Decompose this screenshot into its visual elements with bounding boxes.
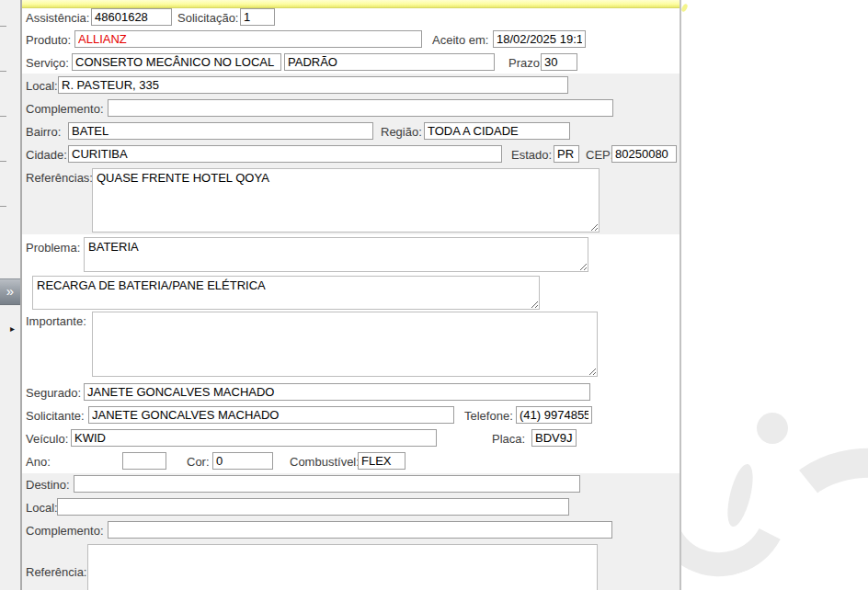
bairro-label: Bairro: xyxy=(26,125,61,139)
ano-label: Ano: xyxy=(26,455,51,469)
problema-textarea[interactable]: BATERIA xyxy=(84,237,588,272)
problema-label: Problema: xyxy=(26,241,80,255)
watermark-speck xyxy=(681,3,689,12)
produto-label: Produto: xyxy=(26,33,71,47)
segurado-label: Segurado: xyxy=(26,386,81,400)
solicitacao-input[interactable] xyxy=(240,8,275,26)
local-destino-input[interactable] xyxy=(57,498,569,516)
segurado-input[interactable] xyxy=(84,383,590,401)
local-input[interactable] xyxy=(58,76,568,94)
cep-input[interactable] xyxy=(611,145,677,163)
veiculo-input[interactable] xyxy=(71,429,437,447)
solicitacao-label: Solicitação: xyxy=(177,11,238,25)
local-label: Local: xyxy=(26,79,58,93)
cor-label: Cor: xyxy=(187,455,210,469)
prazo-input[interactable] xyxy=(541,53,577,71)
assistencia-label: Assistência: xyxy=(26,11,89,25)
telefone-input[interactable] xyxy=(516,406,592,424)
splitter-grip-tick xyxy=(0,116,6,117)
splitter-grip-tick xyxy=(0,26,6,27)
cor-input[interactable] xyxy=(212,452,273,470)
estado-label: Estado: xyxy=(511,148,552,162)
servico-input[interactable] xyxy=(72,53,281,71)
regiao-input[interactable] xyxy=(424,122,570,140)
destino-label: Destino: xyxy=(26,478,70,492)
prazo-label: Prazo: xyxy=(508,56,543,70)
aceito-em-input[interactable] xyxy=(493,30,586,48)
right-pane xyxy=(681,0,868,590)
assistencia-input[interactable] xyxy=(91,8,172,26)
cidade-input[interactable] xyxy=(68,145,502,163)
problema-detalhe-textarea[interactable]: RECARGA DE BATERIA/PANE ELÉTRICA xyxy=(32,276,540,310)
destino-input[interactable] xyxy=(74,475,580,493)
servico-tipo-input[interactable] xyxy=(284,53,495,71)
importante-label: Importante: xyxy=(26,314,86,328)
complemento-input[interactable] xyxy=(108,99,613,117)
placa-label: Placa: xyxy=(492,432,525,446)
top-status-bar xyxy=(22,0,680,8)
panel-collapse-button[interactable]: » xyxy=(0,278,20,305)
referencia-destino-label: Referência: xyxy=(26,565,86,579)
telefone-label: Telefone: xyxy=(464,409,513,423)
servico-label: Serviço: xyxy=(26,56,69,70)
referencia-destino-textarea[interactable] xyxy=(87,544,598,590)
combustivel-label: Combustível: xyxy=(290,455,360,469)
importante-textarea[interactable] xyxy=(92,312,598,377)
bairro-input[interactable] xyxy=(68,122,373,140)
combustivel-input[interactable] xyxy=(358,452,405,470)
splitter-grip-tick xyxy=(0,206,6,207)
cidade-label: Cidade: xyxy=(26,148,67,162)
splitter-grip-tick xyxy=(0,161,6,162)
aceito-em-label: Aceito em: xyxy=(432,33,488,47)
splitter-grip-tick xyxy=(0,71,6,72)
referencias-label: Referências: xyxy=(26,171,93,185)
veiculo-label: Veículo: xyxy=(26,432,68,446)
panel-expand-arrow[interactable]: ▸ xyxy=(10,323,15,334)
complemento-label: Complemento: xyxy=(26,102,104,116)
complemento-destino-input[interactable] xyxy=(108,521,612,539)
watermark-logo-swoosh-right xyxy=(753,437,868,590)
solicitante-input[interactable] xyxy=(88,406,454,424)
placa-input[interactable] xyxy=(531,429,577,447)
local-destino-label: Local: xyxy=(26,501,58,515)
produto-input[interactable] xyxy=(74,30,422,48)
cep-label: CEP: xyxy=(586,148,613,162)
complemento-destino-label: Complemento: xyxy=(26,524,104,538)
left-splitter-strip[interactable]: » ▸ xyxy=(0,0,22,590)
watermark-logo-dot xyxy=(757,413,788,444)
double-chevron-right-icon: » xyxy=(6,283,14,299)
estado-input[interactable] xyxy=(554,145,579,163)
ano-input[interactable] xyxy=(122,452,166,470)
solicitante-label: Solicitante: xyxy=(26,409,85,423)
regiao-label: Região: xyxy=(381,125,422,139)
triangle-right-icon: ▸ xyxy=(10,323,15,334)
referencias-textarea[interactable]: QUASE FRENTE HOTEL QOYA xyxy=(92,168,600,233)
